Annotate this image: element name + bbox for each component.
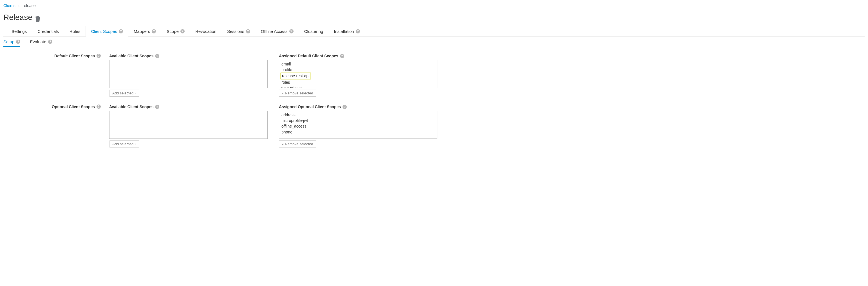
listbox-available[interactable] [109, 111, 268, 139]
breadcrumb-separator: › [19, 4, 20, 8]
tab-revocation[interactable]: Revocation [190, 26, 222, 37]
button-label: Remove selected [285, 142, 313, 146]
list-item[interactable]: release-rest-api [280, 72, 311, 79]
row-label-text: Default Client Scopes [54, 53, 95, 58]
help-icon[interactable]: ? [155, 54, 159, 58]
tab-label: Installation [334, 29, 354, 34]
add-selected-button[interactable]: Add selected» [109, 90, 139, 97]
list-item[interactable]: profile [279, 67, 437, 72]
tab-offline-access[interactable]: Offline Access? [255, 26, 299, 37]
page-title: Release [3, 13, 865, 22]
main-tabs: SettingsCredentialsRolesClient Scopes?Ma… [3, 26, 865, 37]
help-icon[interactable]: ? [343, 105, 347, 109]
column-label: Available Client Scopes? [109, 105, 268, 109]
row-label: Optional Client Scopes? [3, 105, 109, 147]
chevron-left-icon: « [282, 142, 284, 146]
column-label-text: Assigned Default Client Scopes [279, 53, 338, 58]
help-icon[interactable]: ? [340, 54, 344, 58]
help-icon[interactable]: ? [246, 29, 250, 33]
column-label-text: Assigned Optional Client Scopes [279, 105, 341, 109]
tab-label: Mappers [134, 29, 150, 34]
help-icon[interactable]: ? [119, 29, 123, 33]
tab-installation[interactable]: Installation? [329, 26, 365, 37]
row-body: Available Client Scopes?Add selected»Ass… [109, 53, 437, 97]
tab-label: Credentials [37, 29, 59, 34]
tab-mappers[interactable]: Mappers? [128, 26, 161, 37]
tab-label: Scope [166, 29, 179, 34]
help-icon[interactable]: ? [97, 53, 101, 58]
remove-selected-button[interactable]: «Remove selected [279, 140, 316, 147]
row-label: Default Client Scopes? [3, 53, 109, 97]
subtab-setup[interactable]: Setup? [3, 37, 20, 47]
column-assigned: Assigned Optional Client Scopes?addressm… [279, 105, 437, 147]
row-body: Available Client Scopes?Add selected»Ass… [109, 105, 437, 147]
page-title-text: Release [3, 13, 32, 22]
tab-label: Revocation [195, 29, 216, 34]
list-item[interactable]: address [279, 112, 437, 118]
column-label: Assigned Default Client Scopes? [279, 53, 437, 58]
help-icon[interactable]: ? [97, 105, 101, 109]
chevron-right-icon: » [134, 142, 136, 146]
button-label: Add selected [112, 142, 133, 146]
form-area: Default Client Scopes?Available Client S… [3, 53, 437, 147]
column-assigned: Assigned Default Client Scopes?emailprof… [279, 53, 437, 97]
tab-label: Settings [11, 29, 27, 34]
row-label-text: Optional Client Scopes [52, 105, 95, 109]
column-available: Available Client Scopes?Add selected» [109, 105, 268, 147]
remove-selected-button[interactable]: «Remove selected [279, 90, 316, 97]
help-icon[interactable]: ? [48, 40, 52, 44]
help-icon[interactable]: ? [180, 29, 185, 33]
breadcrumb-current: release [23, 3, 36, 8]
form-row: Default Client Scopes?Available Client S… [3, 53, 437, 97]
list-item[interactable]: email [279, 61, 437, 67]
list-item[interactable]: web-origins [279, 85, 437, 88]
chevron-right-icon: » [134, 92, 136, 95]
chevron-left-icon: « [282, 92, 284, 95]
column-label-text: Available Client Scopes [109, 53, 153, 58]
list-item[interactable]: offline_access [279, 123, 437, 129]
help-icon[interactable]: ? [152, 29, 156, 33]
column-label-text: Available Client Scopes [109, 105, 153, 109]
help-icon[interactable]: ? [16, 40, 20, 44]
add-selected-button[interactable]: Add selected» [109, 140, 139, 147]
tab-label: Client Scopes [91, 29, 117, 34]
listbox-assigned[interactable]: addressmicroprofile-jwtoffline_accesspho… [279, 111, 437, 139]
column-available: Available Client Scopes?Add selected» [109, 53, 268, 97]
sub-tabs: Setup?Evaluate? [3, 37, 865, 47]
tab-roles[interactable]: Roles [64, 26, 86, 37]
button-label: Remove selected [285, 91, 313, 95]
tab-label: Offline Access [261, 29, 288, 34]
help-icon[interactable]: ? [289, 29, 293, 33]
help-icon[interactable]: ? [356, 29, 360, 33]
tab-label: Roles [69, 29, 80, 34]
tab-label: Clustering [304, 29, 323, 34]
list-item[interactable]: roles [279, 79, 437, 85]
tab-clustering[interactable]: Clustering [299, 26, 329, 37]
breadcrumb: Clients › release [3, 3, 865, 8]
tab-label: Sessions [227, 29, 244, 34]
list-item[interactable]: microprofile-jwt [279, 118, 437, 123]
button-label: Add selected [112, 91, 133, 95]
listbox-available[interactable] [109, 60, 268, 88]
tab-scope[interactable]: Scope? [161, 26, 190, 37]
list-item[interactable]: phone [279, 129, 437, 135]
tab-credentials[interactable]: Credentials [32, 26, 64, 37]
tab-settings[interactable]: Settings [6, 26, 32, 37]
tab-sessions[interactable]: Sessions? [222, 26, 255, 37]
column-label: Available Client Scopes? [109, 53, 268, 58]
help-icon[interactable]: ? [155, 105, 159, 109]
column-label: Assigned Optional Client Scopes? [279, 105, 437, 109]
subtab-label: Setup [3, 39, 14, 44]
tab-client-scopes[interactable]: Client Scopes? [86, 26, 128, 37]
form-row: Optional Client Scopes?Available Client … [3, 105, 437, 147]
listbox-assigned[interactable]: emailprofilerelease-rest-apirolesweb-ori… [279, 60, 437, 88]
delete-icon[interactable] [35, 14, 40, 20]
breadcrumb-root-link[interactable]: Clients [3, 3, 16, 8]
subtab-evaluate[interactable]: Evaluate? [30, 37, 52, 47]
subtab-label: Evaluate [30, 39, 46, 44]
